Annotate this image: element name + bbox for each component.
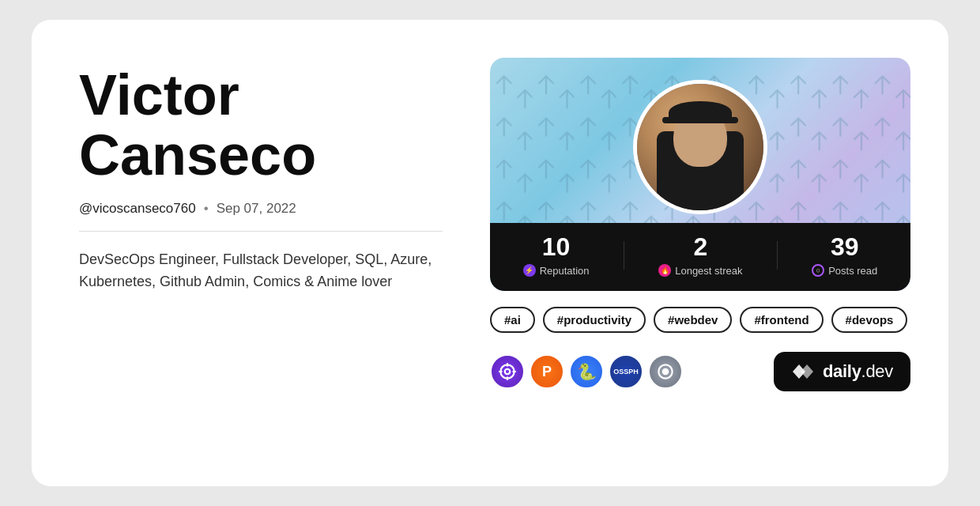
- divider: [79, 231, 443, 232]
- squad-icons: P 🐍 OSSPH: [490, 354, 688, 389]
- user-bio: DevSecOps Engineer, Fullstack Developer,…: [79, 249, 443, 293]
- stat-streak-number: 2: [693, 234, 707, 259]
- stat-posts: 39 ○ Posts read: [812, 234, 877, 277]
- avatar-cap: [669, 101, 732, 123]
- brand-logo: [791, 361, 816, 382]
- stat-reputation-label: ⚡ Reputation: [523, 264, 590, 277]
- user-meta: @vicoscanseco760 • Sep 07, 2022: [79, 201, 443, 217]
- profile-right: 10 ⚡ Reputation 2 🔥 Longest streak: [490, 58, 910, 455]
- stat-reputation-number: 10: [542, 234, 571, 259]
- squad-gray[interactable]: [648, 354, 683, 389]
- stat-posts-number: 39: [831, 234, 859, 259]
- stat-streak: 2 🔥 Longest streak: [658, 234, 742, 277]
- svg-point-8: [663, 369, 669, 375]
- svg-point-1: [500, 364, 514, 378]
- profile-card: Victor Canseco @vicoscanseco760 • Sep 07…: [32, 20, 948, 486]
- avatar: [633, 80, 767, 214]
- profile-banner: 10 ⚡ Reputation 2 🔥 Longest streak: [490, 58, 910, 291]
- user-name: Victor Canseco: [79, 66, 443, 185]
- join-date: Sep 07, 2022: [217, 201, 296, 217]
- tag-productivity[interactable]: #productivity: [543, 307, 646, 333]
- stats-bar: 10 ⚡ Reputation 2 🔥 Longest streak: [490, 223, 910, 291]
- bottom-row: P 🐍 OSSPH: [490, 352, 910, 391]
- avatar-image: [637, 84, 763, 210]
- stat-reputation: 10 ⚡ Reputation: [523, 234, 590, 277]
- brand-text: daily.dev: [823, 361, 893, 382]
- squad-python[interactable]: 🐍: [569, 354, 604, 389]
- stat-divider-2: [777, 241, 778, 270]
- squad-ossph[interactable]: OSSPH: [609, 354, 643, 389]
- profile-left: Victor Canseco @vicoscanseco760 • Sep 07…: [79, 58, 443, 455]
- meta-separator: •: [204, 201, 209, 217]
- brand-badge: daily.dev: [774, 352, 910, 391]
- squad-crosshair[interactable]: [490, 354, 525, 389]
- user-handle: @vicoscanseco760: [79, 201, 196, 217]
- stat-posts-label: ○ Posts read: [812, 264, 877, 277]
- stat-streak-label: 🔥 Longest streak: [658, 264, 742, 277]
- squad-producthunt[interactable]: P: [530, 354, 564, 389]
- lightning-icon: ⚡: [523, 264, 536, 277]
- svg-point-2: [505, 369, 511, 375]
- fire-icon: 🔥: [658, 264, 671, 277]
- tag-frontend[interactable]: #frontend: [740, 307, 823, 333]
- tag-webdev[interactable]: #webdev: [654, 307, 732, 333]
- circle-icon: ○: [812, 264, 824, 277]
- tag-devops[interactable]: #devops: [831, 307, 908, 333]
- tag-ai[interactable]: #ai: [490, 307, 535, 333]
- stat-divider-1: [624, 241, 624, 270]
- tags-row: #ai #productivity #webdev #frontend #dev…: [490, 307, 910, 333]
